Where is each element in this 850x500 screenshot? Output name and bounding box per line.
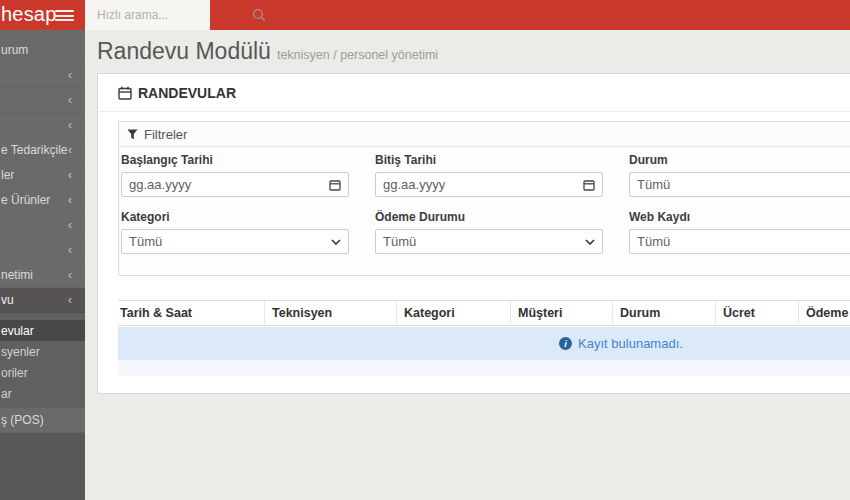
payment-status-select[interactable]: Tümü (375, 229, 603, 254)
column-header-odeme: Ödeme (799, 301, 850, 325)
chevron-left-icon: ‹ (68, 69, 72, 81)
sidebar-menu: urum ‹ ‹ ‹ e Tedarikçiler‹ ler‹ e Ürünle… (0, 30, 85, 433)
sidebar-item[interactable]: ‹ (0, 238, 85, 263)
search-input[interactable] (85, 8, 252, 22)
column-header-teknisyen: Teknisyen (265, 301, 397, 325)
app-window: hesap urum ‹ ‹ ‹ e Tedarikçiler‹ ler‹ e … (0, 0, 850, 500)
end-date-input[interactable]: gg.aa.yyyy (375, 172, 603, 197)
info-icon: i (559, 337, 572, 350)
column-header-durum: Durum (613, 301, 716, 325)
quick-search (85, 0, 210, 30)
chevron-left-icon: ‹ (68, 144, 72, 156)
panel-title: RANDEVULAR (138, 85, 236, 101)
sidebar-item-pos[interactable]: ş (POS) (0, 408, 85, 433)
chevron-down-icon (331, 239, 341, 245)
chevron-left-icon: ‹ (68, 194, 72, 206)
chevron-down-icon (585, 239, 595, 245)
empty-state-row: i Kayıt bulunamadı. (118, 327, 850, 360)
top-bar: hesap (0, 0, 850, 30)
category-label: Kategori (121, 210, 349, 224)
sidebar-item[interactable]: ‹ (0, 63, 85, 88)
chevron-left-icon: ‹ (68, 219, 72, 231)
chevron-left-icon: ‹ (68, 94, 72, 106)
sidebar-submenu: evular syenler oriler ar (0, 313, 85, 408)
column-header-tarih-saat: Tarih & Saat (118, 301, 265, 325)
table-header-row: Tarih & Saat Teknisyen Kategori Müşteri … (118, 300, 850, 326)
column-header-musteri: Müşteri (511, 301, 613, 325)
appointments-table: Tarih & Saat Teknisyen Kategori Müşteri … (118, 300, 850, 376)
sidebar-item[interactable]: ‹ (0, 88, 85, 113)
filter-icon (127, 129, 138, 140)
table-stripe-row (118, 360, 850, 376)
chevron-left-icon: ‹ (68, 169, 72, 181)
sidebar-item[interactable]: e Tedarikçiler‹ (0, 138, 85, 163)
page-title: Randevu Modülü (97, 38, 271, 64)
start-date-input[interactable]: gg.aa.yyyy (121, 172, 349, 197)
sidebar: urum ‹ ‹ ‹ e Tedarikçiler‹ ler‹ e Ürünle… (0, 30, 85, 500)
filters-box: Filtreler Başlangıç Tarihi gg.aa.yyyy (118, 121, 850, 276)
panel-header: RANDEVULAR (98, 74, 850, 112)
web-record-label: Web Kaydı (629, 210, 850, 224)
category-select[interactable]: Tümü (121, 229, 349, 254)
column-header-ucret: Ücret (716, 301, 799, 325)
main-content: Randevu Modülüteknisyen / personel yönet… (85, 30, 850, 500)
sidebar-item[interactable]: ler‹ (0, 163, 85, 188)
payment-status-label: Ödeme Durumu (375, 210, 603, 224)
page-header: Randevu Modülüteknisyen / personel yönet… (85, 30, 850, 73)
randevular-panel: RANDEVULAR Filtreler Başlangıç Tarih (97, 73, 850, 394)
sidebar-item[interactable]: netimi‹ (0, 263, 85, 288)
calendar-icon[interactable] (583, 179, 595, 191)
start-date-label: Başlangıç Tarihi (121, 153, 349, 167)
sidebar-item-randevu[interactable]: vu‹ (0, 288, 85, 313)
panel-body: Filtreler Başlangıç Tarihi gg.aa.yyyy (98, 112, 850, 393)
status-select[interactable]: Tümü (629, 172, 850, 197)
sidebar-subitem[interactable]: oriler (0, 362, 85, 383)
chevron-left-icon: ‹ (68, 294, 72, 306)
sidebar-item[interactable]: e Ürünler‹ (0, 188, 85, 213)
filters-header: Filtreler (119, 122, 850, 147)
sidebar-subitem-randevular[interactable]: evular (0, 320, 85, 341)
chevron-left-icon: ‹ (68, 119, 72, 131)
web-record-select[interactable]: Tümü (629, 229, 850, 254)
calendar-icon (118, 86, 132, 100)
sidebar-subitem[interactable]: syenler (0, 341, 85, 362)
app-logo[interactable]: hesap (1, 0, 57, 30)
status-label: Durum (629, 153, 850, 167)
empty-message: Kayıt bulunamadı. (578, 336, 683, 351)
search-icon[interactable] (252, 8, 266, 22)
sidebar-subitem[interactable]: ar (0, 383, 85, 404)
page-subtitle: teknisyen / personel yönetimi (277, 48, 438, 62)
sidebar-item[interactable]: ‹ (0, 113, 85, 138)
menu-icon[interactable] (55, 0, 77, 30)
end-date-label: Bitiş Tarihi (375, 153, 603, 167)
chevron-left-icon: ‹ (68, 244, 72, 256)
sidebar-item[interactable]: ‹ (0, 213, 85, 238)
sidebar-item[interactable]: urum (0, 38, 85, 63)
calendar-icon[interactable] (329, 179, 341, 191)
column-header-kategori: Kategori (397, 301, 511, 325)
filters-title: Filtreler (144, 127, 187, 142)
chevron-left-icon: ‹ (68, 269, 72, 281)
